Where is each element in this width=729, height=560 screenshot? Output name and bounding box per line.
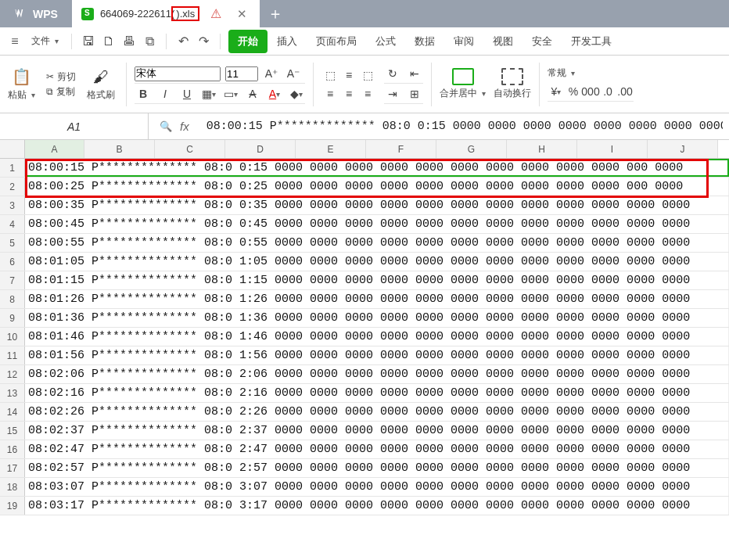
- row-header-7[interactable]: 7: [0, 271, 25, 289]
- row-header-9[interactable]: 9: [0, 309, 25, 327]
- menu-hamburger-icon[interactable]: ≡: [6, 33, 23, 50]
- menu-tab-0[interactable]: 开始: [228, 30, 268, 53]
- number-format-select[interactable]: 常规 ▾: [548, 66, 634, 80]
- merge-across-icon[interactable]: ⊞: [406, 85, 423, 102]
- row-header-4[interactable]: 4: [0, 215, 25, 233]
- print-preview-icon[interactable]: ⧉: [141, 33, 158, 50]
- align-left-icon[interactable]: ≡: [321, 85, 339, 102]
- cell-A14[interactable]: 08:02:26 P************** 08:0 2:26 0000 …: [25, 403, 729, 421]
- menu-tab-3[interactable]: 公式: [366, 30, 405, 53]
- row-header-12[interactable]: 12: [0, 365, 25, 383]
- border-button[interactable]: ▦▾: [200, 85, 217, 102]
- cell-A19[interactable]: 08:03:17 P************** 08:0 3:17 0000 …: [25, 497, 729, 515]
- row-header-2[interactable]: 2: [0, 178, 25, 196]
- increase-decimal-icon[interactable]: .00: [616, 83, 634, 100]
- column-header-F[interactable]: F: [366, 140, 436, 158]
- align-right-icon[interactable]: ≡: [359, 85, 376, 102]
- cell-A13[interactable]: 08:02:16 P************** 08:0 2:16 0000 …: [25, 384, 729, 402]
- orientation-icon[interactable]: ↻: [384, 65, 401, 82]
- copy-button[interactable]: ⧉ 复制: [46, 85, 76, 99]
- highlight-button[interactable]: ◆▾: [288, 85, 305, 102]
- row-header-14[interactable]: 14: [0, 403, 25, 421]
- decrease-decimal-icon[interactable]: .0: [599, 83, 616, 100]
- menu-tab-6[interactable]: 视图: [483, 30, 523, 53]
- row-header-6[interactable]: 6: [0, 253, 25, 271]
- save-as-icon[interactable]: 🗋: [100, 33, 117, 50]
- row-header-3[interactable]: 3: [0, 196, 25, 214]
- new-tab-button[interactable]: ＋: [260, 0, 291, 27]
- percent-icon[interactable]: %: [565, 83, 582, 100]
- row-header-19[interactable]: 19: [0, 497, 25, 515]
- row-header-1[interactable]: 1: [0, 159, 25, 177]
- column-header-J[interactable]: J: [648, 140, 718, 158]
- decrease-font-icon[interactable]: A⁻: [285, 65, 302, 82]
- column-header-E[interactable]: E: [296, 140, 366, 158]
- cell-A8[interactable]: 08:01:26 P************** 08:0 1:26 0000 …: [25, 290, 729, 308]
- row-header-15[interactable]: 15: [0, 422, 25, 440]
- column-header-I[interactable]: I: [577, 140, 648, 158]
- column-header-H[interactable]: H: [507, 140, 577, 158]
- zoom-icon[interactable]: 🔍: [160, 120, 172, 132]
- underline-button[interactable]: U: [178, 85, 196, 102]
- format-painter-button[interactable]: 🖌 格式刷: [84, 65, 118, 103]
- menu-tab-4[interactable]: 数据: [405, 30, 444, 53]
- spreadsheet-grid[interactable]: ABCDEFGHIJ 108:00:15 P************** 08:…: [0, 140, 729, 515]
- cell-A4[interactable]: 08:00:45 P************** 08:0 0:45 0000 …: [25, 215, 729, 233]
- font-name-select[interactable]: [135, 66, 221, 81]
- align-center-icon[interactable]: ≡: [340, 85, 357, 102]
- strikethrough-button[interactable]: A: [244, 85, 261, 102]
- merge-center-button[interactable]: 合并居中▾: [440, 68, 486, 100]
- select-all-corner[interactable]: [0, 140, 25, 158]
- row-header-11[interactable]: 11: [0, 346, 25, 364]
- paste-button[interactable]: 📋 粘贴▾: [5, 65, 38, 103]
- align-middle-icon[interactable]: ≡: [340, 66, 357, 84]
- menu-tab-5[interactable]: 审阅: [444, 30, 483, 53]
- column-header-A[interactable]: A: [25, 140, 84, 158]
- name-box-input[interactable]: [27, 120, 121, 133]
- column-header-C[interactable]: C: [155, 140, 225, 158]
- font-size-select[interactable]: [225, 66, 258, 81]
- formula-input[interactable]: [200, 113, 729, 139]
- close-tab-button[interactable]: ✕: [232, 7, 252, 21]
- column-header-D[interactable]: D: [225, 140, 296, 158]
- increase-indent-icon[interactable]: ⇥: [384, 85, 401, 102]
- cell-A12[interactable]: 08:02:06 P************** 08:0 2:06 0000 …: [25, 365, 729, 383]
- menu-tab-7[interactable]: 安全: [523, 30, 562, 53]
- menu-tab-8[interactable]: 开发工具: [562, 30, 621, 53]
- cell-A16[interactable]: 08:02:47 P************** 08:0 2:47 0000 …: [25, 440, 729, 458]
- undo-icon[interactable]: ↶: [174, 33, 192, 50]
- bold-button[interactable]: B: [135, 85, 152, 102]
- menu-tab-2[interactable]: 页面布局: [307, 30, 366, 53]
- menu-tab-1[interactable]: 插入: [268, 30, 307, 53]
- increase-font-icon[interactable]: A⁺: [263, 65, 280, 82]
- fx-icon[interactable]: fx: [180, 120, 189, 133]
- cell-A7[interactable]: 08:01:15 P************** 08:0 1:15 0000 …: [25, 271, 729, 289]
- redo-icon[interactable]: ↷: [195, 33, 212, 50]
- row-header-13[interactable]: 13: [0, 384, 25, 402]
- file-menu[interactable]: 文件▾: [27, 31, 63, 51]
- column-header-B[interactable]: B: [84, 140, 155, 158]
- row-header-10[interactable]: 10: [0, 328, 25, 346]
- decrease-indent-icon[interactable]: ⇤: [406, 65, 423, 82]
- wrap-text-button[interactable]: 自动换行: [494, 68, 531, 100]
- cell-A15[interactable]: 08:02:37 P************** 08:0 2:37 0000 …: [25, 422, 729, 440]
- row-header-8[interactable]: 8: [0, 290, 25, 308]
- cell-A18[interactable]: 08:03:07 P************** 08:0 3:07 0000 …: [25, 478, 729, 496]
- align-top-icon[interactable]: ⬚: [321, 66, 339, 84]
- comma-icon[interactable]: 000: [582, 83, 599, 100]
- column-header-G[interactable]: G: [436, 140, 507, 158]
- document-tab[interactable]: 664069-222611().xls ⚠ ✕: [72, 0, 260, 27]
- row-header-16[interactable]: 16: [0, 440, 25, 458]
- row-header-5[interactable]: 5: [0, 234, 25, 252]
- cell-A1[interactable]: 08:00:15 P************** 08:0 0:15 0000 …: [25, 159, 729, 177]
- cell-A10[interactable]: 08:01:46 P************** 08:0 1:46 0000 …: [25, 328, 729, 346]
- print-icon[interactable]: 🖶: [120, 33, 138, 50]
- cell-A5[interactable]: 08:00:55 P************** 08:0 0:55 0000 …: [25, 234, 729, 252]
- row-header-18[interactable]: 18: [0, 478, 25, 496]
- cell-A2[interactable]: 08:00:25 P************** 08:0 0:25 0000 …: [25, 178, 729, 196]
- name-box[interactable]: [0, 113, 149, 139]
- save-icon[interactable]: 🖫: [80, 33, 97, 50]
- align-bottom-icon[interactable]: ⬚: [359, 66, 376, 84]
- row-header-17[interactable]: 17: [0, 459, 25, 477]
- cell-A3[interactable]: 08:00:35 P************** 08:0 0:35 0000 …: [25, 196, 729, 214]
